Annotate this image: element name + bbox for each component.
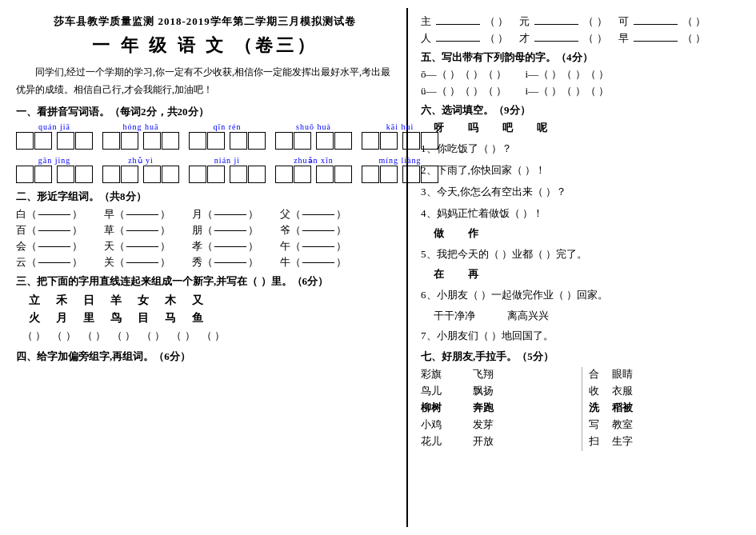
char-box[interactable] <box>362 166 379 183</box>
char-box[interactable] <box>121 132 138 150</box>
section3-title: 三、把下面的字用直线连起来组成一个新字,并写在（ ）里。（6分） <box>16 274 394 289</box>
pg9: zhuǎn xīn <box>275 156 352 183</box>
match-item: 合眼睛 <box>589 367 743 381</box>
choices-header4: 干干净净 离高兴兴 <box>434 309 743 323</box>
char-box[interactable] <box>207 166 225 183</box>
char-box[interactable] <box>316 166 334 183</box>
q1: 1、你吃饭了（ ）？ <box>421 140 743 158</box>
char-box[interactable] <box>57 132 74 150</box>
char-box[interactable] <box>189 132 206 150</box>
char-box[interactable] <box>275 132 293 150</box>
match-item: 小鸡 发芽 <box>421 417 575 432</box>
similar-row: 会（） 天（） 孝（） 午（） <box>16 239 394 254</box>
page-container: 莎车县教学质量监测 2018-2019学年第二学期三月模拟测试卷 一 年 级 语… <box>0 0 756 535</box>
match-item: 彩旗 飞翔 <box>421 367 575 381</box>
similar-row: 白（） 早（） 月（） 父（） <box>16 207 394 222</box>
char-box[interactable] <box>189 166 206 183</box>
char-box[interactable] <box>57 166 74 183</box>
char-box[interactable] <box>380 132 398 150</box>
grade-title: 一 年 级 语 文 （卷三） <box>16 34 394 58</box>
choices-header3: 在 再 <box>434 267 743 281</box>
char-box[interactable] <box>334 166 352 183</box>
match-item: 鸟儿 飘扬 <box>421 384 575 398</box>
char-box[interactable] <box>75 132 93 150</box>
char-box[interactable] <box>380 166 398 183</box>
similar-row: 百（） 草（） 朋（） 爷（） <box>16 223 394 238</box>
char-box[interactable] <box>16 132 34 150</box>
char-box[interactable] <box>334 132 352 150</box>
section6-title: 六、选词填空。（9分） <box>421 103 743 118</box>
char-box[interactable] <box>143 166 161 183</box>
char-box[interactable] <box>230 132 247 150</box>
match-left: 彩旗 飞翔 鸟儿 飘扬 柳树 奔跑 小鸡 发芽 花儿 开放 <box>421 367 575 451</box>
match-item: 收衣服 <box>589 384 743 398</box>
pg1: quán jiā <box>16 122 93 150</box>
right-panel: 主 （ ） 元 （ ） 可 （ ） 人 （ ） 才 （ ） 早 （ ） <box>408 8 756 527</box>
pg7: zhǔ yì <box>102 156 179 183</box>
char-box[interactable] <box>16 166 34 183</box>
choices-header2: 做 作 <box>434 226 743 241</box>
pinyin-row1: quán jiā hóng huā <box>16 122 394 150</box>
q7: 7、小朋友们（ ）地回国了。 <box>421 327 743 345</box>
right-fill-rows: 主 （ ） 元 （ ） 可 （ ） 人 （ ） 才 （ ） 早 （ ） <box>421 14 743 46</box>
char-box[interactable] <box>316 132 334 150</box>
char-box[interactable] <box>294 166 311 183</box>
char-box[interactable] <box>162 132 179 150</box>
match-item: 柳树 奔跑 <box>421 401 575 415</box>
char-box[interactable] <box>121 166 138 183</box>
char-box[interactable] <box>294 132 311 150</box>
pg2: hóng huā <box>102 122 179 150</box>
q4: 4、妈妈正忙着做饭（ ）！ <box>421 205 743 222</box>
q2: 2、下雨了,你快回家（ ）！ <box>421 162 743 179</box>
section1-title: 一、看拼音写词语。（每词2分，共20分） <box>16 105 394 119</box>
match-container: 彩旗 飞翔 鸟儿 飘扬 柳树 奔跑 小鸡 发芽 花儿 开放 合眼睛 收衣服 洗稻… <box>421 367 743 451</box>
q5: 5、我把今天的（ ）业都（ ）完了。 <box>421 246 743 263</box>
char-box[interactable] <box>162 166 179 183</box>
match-right: 合眼睛 收衣服 洗稻被 写教室 扫生字 <box>589 367 743 451</box>
paper-title: 莎车县教学质量监测 2018-2019学年第二学期三月模拟测试卷 <box>16 14 394 29</box>
char-box[interactable] <box>248 132 266 150</box>
right-fill-row1: 主 （ ） 元 （ ） 可 （ ） <box>421 14 743 29</box>
char-box[interactable] <box>143 132 161 150</box>
match-item: 洗稻被 <box>589 401 743 415</box>
char-box[interactable] <box>362 132 379 150</box>
answer-line: （ ） （ ） （ ） （ ） （ ） （ ） （ ） <box>22 329 394 343</box>
char-box[interactable] <box>75 166 93 183</box>
q3: 3、今天,你怎么有空出来（ ）？ <box>421 183 743 201</box>
char-box[interactable] <box>102 132 120 150</box>
match-item: 扫生字 <box>589 434 743 449</box>
chars-line1: 立 禾 日 羊 女 木 又 <box>29 293 394 308</box>
section7-title: 七、好朋友,手拉手。（5分） <box>421 349 743 364</box>
char-box[interactable] <box>248 166 266 183</box>
similar-chars: 白（） 早（） 月（） 父（） 百（） 草（） 朋（） 爷（） 会（） 天（） … <box>16 207 394 269</box>
char-box[interactable] <box>34 132 52 150</box>
left-panel: 莎车县教学质量监测 2018-2019学年第二学期三月模拟测试卷 一 年 级 语… <box>0 8 408 527</box>
pg6: gān jìng <box>16 156 93 183</box>
section4: 四、给字加偏旁组字,再组词。（6分） <box>16 349 394 364</box>
choices-header1: 呀 吗 吧 呢 <box>434 121 743 135</box>
similar-row: 云（） 关（） 秀（） 牛（） <box>16 255 394 269</box>
match-item: 花儿 开放 <box>421 434 575 449</box>
pinyin-row2: gān jìng zhǔ yì <box>16 156 394 183</box>
char-box[interactable] <box>207 132 225 150</box>
pg4: shuō huà <box>275 122 352 150</box>
section4-title: 四、给字加偏旁组字,再组词。（6分） <box>16 349 394 364</box>
right-fill-row2: 人 （ ） 才 （ ） 早 （ ） <box>421 31 743 46</box>
section2-title: 二、形近字组词。（共8分） <box>16 190 394 204</box>
section5-row1: ō—（ ）（ ）（ ） i—（ ）（ ）（ ） <box>421 67 743 82</box>
intro-text: 同学们,经过一个学期的学习,你一定有不少收获,相信你一定能发挥出最好水平,考出最… <box>16 64 394 98</box>
char-box[interactable] <box>275 166 293 183</box>
divider <box>582 367 582 451</box>
char-box[interactable] <box>34 166 52 183</box>
pg3: qīn rén <box>189 122 266 150</box>
q6: 6、小朋友（ ）一起做完作业（ ）回家。 <box>421 286 743 304</box>
section5-row2: ü—（ ）（ ）（ ） i—（ ）（ ）（ ） <box>421 84 743 98</box>
char-box[interactable] <box>102 166 120 183</box>
chars-line2: 火 月 里 鸟 目 马 鱼 <box>29 311 394 325</box>
pg8: nián jì <box>189 156 266 183</box>
char-box[interactable] <box>230 166 247 183</box>
match-item: 写教室 <box>589 417 743 432</box>
section5-title: 五、写出带有下列韵母的字。（4分） <box>421 50 743 65</box>
